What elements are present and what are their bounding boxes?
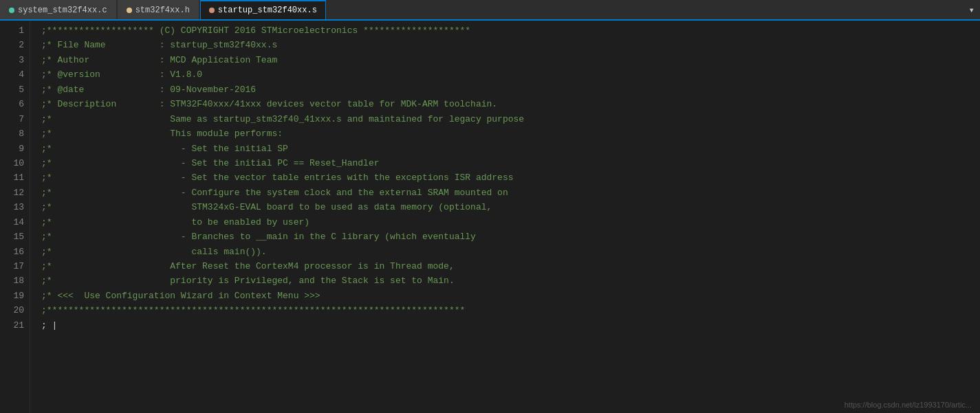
- line-number-4: 4: [8, 67, 24, 82]
- line-number-11: 11: [8, 170, 24, 185]
- line-number-17: 17: [8, 259, 24, 274]
- code-line-5: ;* @date : 09-November-2016: [41, 82, 980, 97]
- line-number-12: 12: [8, 186, 24, 200]
- code-content[interactable]: ;******************** (C) COPYRIGHT 2016…: [30, 21, 980, 413]
- line-number-13: 13: [8, 200, 24, 214]
- tab-dot-stm32f4xx: [127, 8, 132, 13]
- code-line-9: ;* - Set the initial SP: [41, 142, 980, 156]
- tab-dot-startup: [209, 8, 215, 13]
- code-line-8: ;* This module performs:: [41, 126, 980, 141]
- tab-startup[interactable]: startup_stm32f40xx.s: [200, 0, 326, 19]
- code-line-10: ;* - Set the initial PC == Reset_Handler: [41, 156, 980, 170]
- code-line-1: ;******************** (C) COPYRIGHT 2016…: [41, 23, 980, 38]
- line-number-6: 6: [8, 97, 24, 111]
- code-line-15: ;* - Branches to __main in the C library…: [41, 230, 980, 244]
- tab-label-system: system_stm32f4xx.c: [18, 5, 107, 15]
- tab-label-stm32f4xx: stm32f4xx.h: [135, 5, 190, 15]
- code-line-17: ;* After Reset the CortexM4 processor is…: [41, 259, 980, 274]
- code-line-6: ;* Description : STM32F40xxx/41xxx devic…: [41, 97, 980, 111]
- line-number-15: 15: [8, 230, 24, 244]
- line-number-14: 14: [8, 215, 24, 230]
- tab-bar: system_stm32f4xx.c stm32f4xx.h startup_s…: [0, 0, 980, 21]
- line-number-3: 3: [8, 53, 24, 67]
- line-number-2: 2: [8, 38, 24, 52]
- code-line-18: ;* priority is Privileged, and the Stack…: [41, 274, 980, 288]
- tab-dot-system: [9, 8, 14, 13]
- code-line-7: ;* Same as startup_stm32f40_41xxx.s and …: [41, 112, 980, 126]
- code-line-2: ;* File Name : startup_stm32f40xx.s: [41, 38, 980, 52]
- line-number-8: 8: [8, 126, 24, 141]
- line-numbers-gutter: 123456789101112131415161718192021: [0, 21, 30, 413]
- code-line-14: ;* to be enabled by user): [41, 215, 980, 230]
- tab-label-startup: startup_stm32f40xx.s: [218, 5, 317, 15]
- line-number-5: 5: [8, 82, 24, 97]
- code-line-11: ;* - Set the vector table entries with t…: [41, 170, 980, 185]
- editor: 123456789101112131415161718192021 ;*****…: [0, 21, 980, 413]
- line-number-21: 21: [8, 318, 24, 333]
- code-line-4: ;* @version : V1.8.0: [41, 67, 980, 82]
- line-number-19: 19: [8, 289, 24, 303]
- line-number-20: 20: [8, 303, 24, 317]
- tab-stm32f4xx[interactable]: stm32f4xx.h: [118, 0, 199, 19]
- code-line-19: ;* <<< Use Configuration Wizard in Conte…: [41, 289, 980, 303]
- tab-overflow-button[interactable]: ▾: [963, 0, 980, 19]
- line-number-7: 7: [8, 112, 24, 126]
- line-number-1: 1: [8, 23, 24, 38]
- code-line-12: ;* - Configure the system clock and the …: [41, 186, 980, 200]
- code-line-20: ;***************************************…: [41, 303, 980, 317]
- line-number-9: 9: [8, 142, 24, 156]
- line-number-18: 18: [8, 274, 24, 288]
- line-number-10: 10: [8, 156, 24, 170]
- code-line-13: ;* STM324xG-EVAL board to be used as dat…: [41, 200, 980, 214]
- tab-system[interactable]: system_stm32f4xx.c: [0, 0, 116, 19]
- code-line-3: ;* Author : MCD Application Team: [41, 53, 980, 67]
- code-line-21: ; |: [41, 318, 980, 333]
- code-line-16: ;* calls main()).: [41, 245, 980, 259]
- tab-overflow-icon: ▾: [969, 4, 974, 16]
- line-number-16: 16: [8, 245, 24, 259]
